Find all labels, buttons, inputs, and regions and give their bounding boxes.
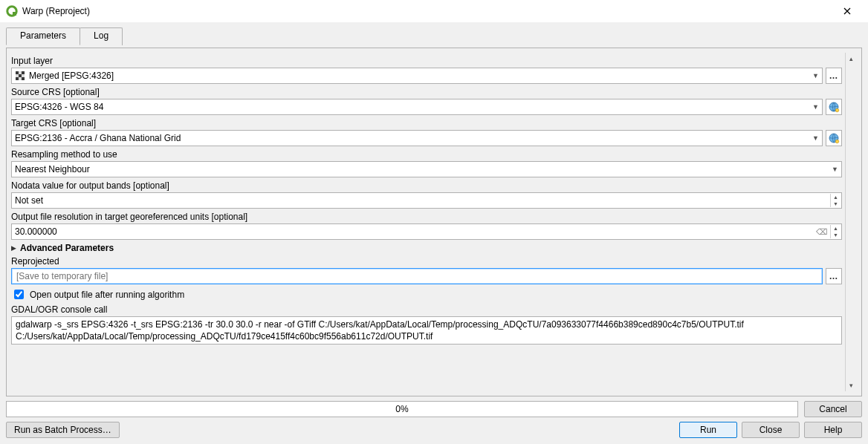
svg-rect-2 [16,71,19,74]
help-button[interactable]: Help [804,422,862,438]
progress-text: 0% [395,404,408,414]
nodata-input[interactable]: Not set ▲ ▼ [11,192,842,209]
parameters-panel: Input layer Merged [EPSG:4326] ▼ [11,53,845,391]
label-reprojected: Reprojected [11,256,842,267]
open-output-label: Open output file after running algorithm [30,290,184,300]
resampling-combo[interactable]: Nearest Neighbour ▼ [11,161,842,177]
close-button[interactable]: Close [742,422,800,438]
target-crs-value: EPSG:2136 - Accra / Ghana National Grid [15,133,181,143]
reprojected-output-field[interactable] [15,270,819,282]
open-output-checkbox[interactable] [14,290,24,299]
reprojected-browse-button[interactable]: … [826,268,842,284]
advanced-parameters-toggle[interactable]: ▶ Advanced Parameters [11,243,842,253]
resampling-value: Nearest Neighbour [15,164,90,174]
tab-bar: Parameters Log [6,27,862,45]
target-crs-combo[interactable]: EPSG:2136 - Accra / Ghana National Grid … [11,130,823,146]
label-source-crs: Source CRS [optional] [11,87,842,97]
svg-rect-3 [19,71,22,74]
label-target-crs: Target CRS [optional] [11,118,842,128]
svg-rect-8 [16,77,19,80]
input-layer-browse-button[interactable]: … [826,68,842,84]
raster-layer-icon [15,71,25,81]
triangle-right-icon: ▶ [11,244,16,252]
tab-log[interactable]: Log [80,27,123,45]
source-crs-value: EPSG:4326 - WGS 84 [15,102,103,112]
label-console: GDAL/OGR console call [11,304,842,315]
chevron-down-icon: ▼ [832,166,838,173]
globe-icon [828,101,840,113]
reprojected-output-input[interactable] [11,268,823,284]
input-layer-value: Merged [EPSG:4326] [29,71,114,81]
spin-up-icon[interactable]: ▲ [830,225,841,232]
out-res-value: 30.000000 [15,226,57,237]
svg-rect-10 [22,77,25,80]
spin-up-icon[interactable]: ▲ [830,194,841,200]
source-crs-combo[interactable]: EPSG:4326 - WGS 84 ▼ [11,99,823,115]
spin-down-icon[interactable]: ▼ [830,200,841,207]
label-out-res: Output file resolution in target georefe… [11,212,842,222]
svg-rect-5 [16,74,19,77]
run-button[interactable]: Run [679,422,737,438]
svg-rect-9 [19,77,22,80]
window-title: Warp (Reproject) [22,6,832,16]
window-close-button[interactable] [832,0,862,22]
chevron-down-icon: ▼ [812,72,819,79]
select-source-crs-button[interactable] [826,99,842,115]
chevron-down-icon: ▼ [812,103,819,111]
chevron-down-icon: ▼ [812,134,819,142]
cancel-button[interactable]: Cancel [804,401,862,417]
console-call-text[interactable]: gdalwarp -s_srs EPSG:4326 -t_srs EPSG:21… [11,316,842,345]
tab-parameters[interactable]: Parameters [6,27,80,45]
tab-content: Input layer Merged [EPSG:4326] ▼ [6,48,862,396]
vertical-scrollbar[interactable]: ▴ ▾ [845,53,857,391]
svg-rect-1 [13,12,16,16]
svg-rect-4 [22,71,25,74]
svg-point-14 [835,140,838,143]
svg-point-12 [835,108,838,111]
svg-rect-6 [19,74,22,77]
label-input-layer: Input layer [11,56,842,66]
scroll-up-icon[interactable]: ▴ [846,53,857,64]
clear-icon[interactable]: ⌫ [816,227,828,237]
scroll-down-icon[interactable]: ▾ [846,380,857,391]
run-batch-button[interactable]: Run as Batch Process… [6,422,120,438]
input-layer-combo[interactable]: Merged [EPSG:4326] ▼ [11,68,823,84]
label-nodata: Nodata value for output bands [optional] [11,180,842,191]
globe-icon [828,132,840,144]
dialog-body: Parameters Log Input layer M [0,22,868,444]
nodata-value: Not set [15,195,43,206]
advanced-parameters-label: Advanced Parameters [20,243,114,253]
label-resampling: Resampling method to use [11,149,842,160]
select-target-crs-button[interactable] [826,130,842,146]
dialog-footer: 0% Cancel Run as Batch Process… Run Clos… [6,399,862,438]
qgis-icon [6,5,18,17]
title-bar: Warp (Reproject) [0,0,868,22]
warp-dialog: Warp (Reproject) Parameters Log Input la… [0,0,868,444]
svg-rect-7 [22,74,25,77]
progress-bar: 0% [6,401,798,417]
spin-down-icon[interactable]: ▼ [830,232,841,238]
out-res-input[interactable]: 30.000000 ⌫ ▲ ▼ [11,223,842,240]
